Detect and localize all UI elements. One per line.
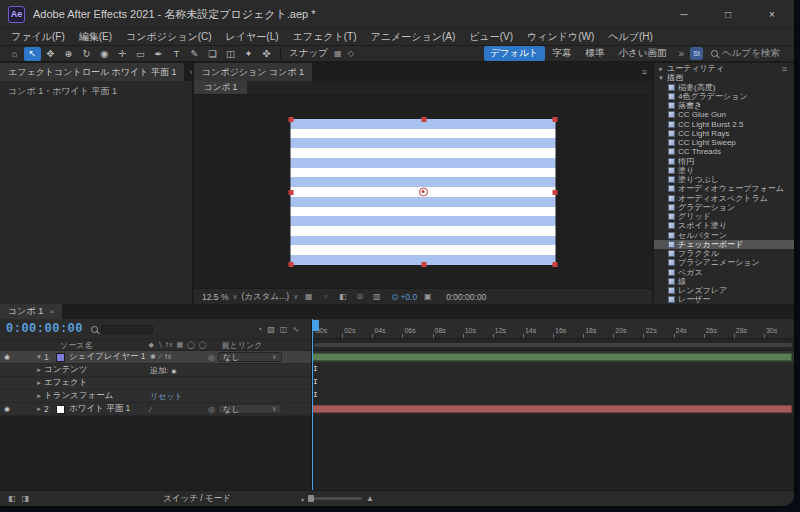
playhead-handle[interactable]	[312, 320, 319, 331]
selection-handle[interactable]	[421, 262, 426, 267]
effect-item[interactable]: CC Light Rays	[654, 129, 794, 138]
home-tool-icon[interactable]: ⌂	[6, 47, 23, 61]
workspace-small-screen[interactable]: 小さい画面	[613, 46, 673, 61]
menu-item-animation[interactable]: アニメーション(A)	[363, 30, 462, 44]
selection-tool-icon[interactable]: ↖	[24, 47, 41, 61]
selection-handle[interactable]	[421, 117, 426, 122]
effect-item[interactable]: ベガス	[654, 268, 794, 277]
brush-tool-icon[interactable]: ✎	[186, 47, 203, 61]
panel-menu-icon[interactable]: ≡	[637, 67, 652, 77]
layer-name[interactable]: ホワイト 平面 1	[69, 403, 130, 415]
effect-item[interactable]: 塗り	[654, 166, 794, 175]
twirl-closed-icon[interactable]: ▸	[34, 379, 44, 387]
workspace-overflow-icon[interactable]: »	[675, 48, 689, 59]
work-area-bar[interactable]	[312, 339, 794, 351]
tab-composition[interactable]: コンポジション コンポ 1	[194, 63, 312, 81]
clone-stamp-tool-icon[interactable]: ❏	[204, 47, 221, 61]
minimize-button[interactable]: ─	[662, 0, 706, 28]
layer-row-shape[interactable]: ◉ ▾ 1 シェイプレイヤー 1 ✱ ∕ fx ◎ なし ∨	[0, 351, 311, 364]
panel-menu-icon[interactable]: ≡	[777, 64, 792, 74]
expand-out-point-icon[interactable]: ◨	[22, 494, 30, 503]
twirl-closed-icon[interactable]: ▸	[34, 405, 44, 413]
hand-tool-icon[interactable]: ✥	[42, 47, 59, 61]
zoom-level-dropdown[interactable]: 12.5 %	[202, 292, 228, 302]
eye-icon[interactable]: ◉	[0, 353, 14, 361]
shy-icon[interactable]: ◔	[257, 325, 262, 334]
layer-duration-bar[interactable]	[312, 353, 792, 361]
selection-handle[interactable]	[553, 190, 558, 195]
effect-item[interactable]: CC Threads	[654, 147, 794, 156]
layer-name[interactable]: シェイプレイヤー 1	[69, 351, 145, 363]
pickwhip-icon[interactable]: ◎	[208, 353, 215, 362]
layer-row-white-solid[interactable]: ◉ ▸ 2 ホワイト 平面 1 ∕ ◎ なし ∨	[0, 403, 311, 416]
shape-tool-icon[interactable]: ▭	[132, 47, 149, 61]
channels-icon[interactable]: ⊙	[353, 292, 366, 301]
menu-item-effect[interactable]: エフェクト(T)	[286, 30, 364, 44]
snap-option-icon[interactable]: ▦	[332, 49, 344, 58]
pan-behind-tool-icon[interactable]: ✛	[114, 47, 131, 61]
menu-item-window[interactable]: ウィンドウ(W)	[520, 30, 601, 44]
region-of-interest-icon[interactable]: ◧	[336, 292, 349, 301]
reset-link[interactable]: リセット	[150, 391, 183, 402]
expand-in-point-icon[interactable]: ◧	[8, 494, 16, 503]
playhead-line[interactable]	[312, 319, 313, 490]
track-camera-tool-icon[interactable]: ◉	[96, 47, 113, 61]
layer-switch-icons[interactable]: ✱ ∕ fx	[150, 353, 172, 361]
timeline-tab-comp1[interactable]: コンポ 1 ×	[0, 304, 62, 319]
composition-viewer[interactable]	[194, 95, 652, 288]
twirl-open-icon[interactable]: ▾	[34, 353, 44, 361]
anchor-point[interactable]	[419, 187, 428, 196]
current-timecode[interactable]: 0:00:00:00	[6, 322, 83, 336]
exposure-control[interactable]: ⊙ +0.0	[391, 292, 417, 302]
help-search-input[interactable]: ヘルプを検索	[711, 47, 780, 60]
roto-brush-tool-icon[interactable]: ✦	[240, 47, 257, 61]
composition-canvas[interactable]	[291, 119, 556, 265]
parent-dropdown[interactable]: なし ∨	[218, 404, 282, 414]
layer-duration-bar[interactable]	[312, 405, 792, 413]
switches-modes-toggle[interactable]: スイッチ / モード	[163, 493, 231, 505]
selection-handle[interactable]	[553, 117, 558, 122]
group-row-effects[interactable]: ▸ エフェクト	[0, 377, 311, 390]
stock-badge-icon[interactable]: St	[690, 47, 703, 60]
layer-color-chip[interactable]	[56, 353, 65, 362]
selection-handle[interactable]	[289, 190, 294, 195]
selection-handle[interactable]	[289, 117, 294, 122]
effect-item[interactable]: ブラシアニメーション	[654, 258, 794, 267]
snap-label[interactable]: スナップ	[289, 47, 328, 60]
type-tool-icon[interactable]: T	[168, 47, 185, 61]
zoom-out-icon[interactable]: ▴	[301, 495, 304, 502]
add-button-icon[interactable]: ◉	[171, 367, 176, 374]
twirl-closed-icon[interactable]: ▸	[34, 366, 44, 374]
time-ruler[interactable]: :00s 02s 04s 06s 08s 10s 12s 14s 16s 18s…	[312, 319, 794, 339]
maximize-button[interactable]: □	[706, 0, 750, 28]
pickwhip-icon[interactable]: ◎	[208, 405, 215, 414]
timeline-search[interactable]	[91, 325, 153, 334]
snap-option-icon[interactable]: ◇	[345, 49, 357, 58]
effect-item[interactable]: CC Light Sweep	[654, 138, 794, 147]
zoom-slider-knob[interactable]	[308, 495, 314, 502]
close-button[interactable]: ×	[750, 0, 794, 28]
menu-item-edit[interactable]: 編集(E)	[72, 30, 119, 44]
selection-handle[interactable]	[289, 262, 294, 267]
eye-icon[interactable]: ◉	[0, 405, 14, 413]
selection-handle[interactable]	[553, 262, 558, 267]
effect-item[interactable]: 4色グラデーション	[654, 92, 794, 101]
twirl-closed-icon[interactable]: ▸	[34, 392, 44, 400]
effect-item[interactable]: CC Glue Gun	[654, 110, 794, 119]
menu-item-view[interactable]: ビュー(V)	[462, 30, 520, 44]
effects-category-generate[interactable]: ▾ 描画	[654, 73, 794, 82]
menu-item-layer[interactable]: レイヤー(L)	[219, 30, 286, 44]
workspace-standard[interactable]: 標準	[580, 46, 611, 61]
timeline-search-input[interactable]	[101, 325, 153, 334]
parent-link-header[interactable]: 親とリンク	[222, 340, 263, 351]
effect-item[interactable]: グラデーション	[654, 203, 794, 212]
zoom-slider-track[interactable]	[308, 497, 362, 500]
add-control[interactable]: 追加: ◉	[150, 365, 176, 376]
effect-item[interactable]: CC Light Burst 2.5	[654, 120, 794, 129]
puppet-tool-icon[interactable]: ✜	[258, 47, 275, 61]
menu-item-composition[interactable]: コンポジション(C)	[119, 30, 219, 44]
effect-item[interactable]: レンズフレア	[654, 286, 794, 295]
menu-item-file[interactable]: ファイル(F)	[4, 30, 72, 44]
effect-item[interactable]: レーザー	[654, 295, 794, 304]
menu-item-help[interactable]: ヘルプ(H)	[601, 30, 660, 44]
